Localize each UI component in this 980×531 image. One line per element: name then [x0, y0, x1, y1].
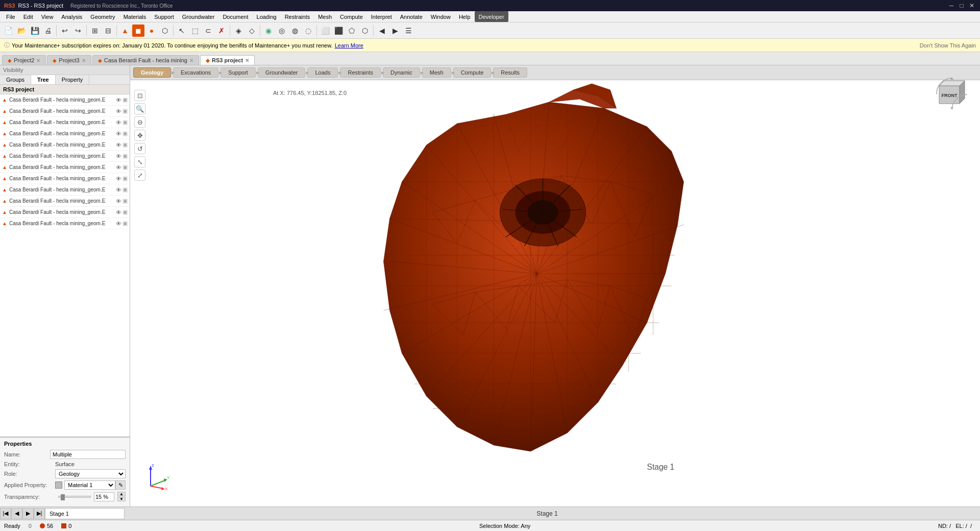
stage-prev[interactable]: ◀	[11, 508, 22, 519]
tb-geom1[interactable]: ▲	[119, 25, 131, 37]
prop-edit-button[interactable]: ✎	[115, 480, 126, 490]
tree-eye-toggle[interactable]: 👁	[116, 164, 121, 171]
transparency-down[interactable]: ▼	[117, 497, 126, 501]
tb-save[interactable]: 💾	[29, 25, 41, 37]
stage-next[interactable]: ▶	[22, 508, 34, 519]
menu-help[interactable]: Help	[455, 11, 475, 22]
tb-undo[interactable]: ↩	[59, 25, 71, 37]
tab-close-rs3[interactable]: ✕	[245, 58, 249, 63]
tb-redo[interactable]: ↪	[72, 25, 84, 37]
tb-stage3[interactable]: ☰	[402, 25, 414, 37]
tb-view1[interactable]: ⊞	[89, 25, 101, 37]
tree-row[interactable]: ▲ Casa Berardi Fault - hecla mining_geom…	[0, 117, 130, 128]
transparency-pct-input[interactable]	[94, 492, 114, 501]
maximize-button[interactable]: □	[958, 2, 966, 10]
tree-eye-toggle[interactable]: 👁	[116, 176, 121, 182]
tb-render4[interactable]: ◌	[302, 25, 314, 37]
menu-mesh[interactable]: Mesh	[314, 11, 336, 22]
menu-geometry[interactable]: Geometry	[86, 11, 119, 22]
tree-row[interactable]: ▲ Casa Berardi Fault - hecla mining_geom…	[0, 106, 130, 117]
tree-eye-toggle[interactable]: 👁	[116, 119, 121, 126]
tree-eye-toggle[interactable]: 👁	[116, 153, 121, 159]
menu-analysis[interactable]: Analysis	[57, 11, 86, 22]
menu-annotate[interactable]: Annotate	[396, 11, 427, 22]
stage-first[interactable]: |◀	[0, 508, 11, 519]
tree-row[interactable]: ▲ Casa Berardi Fault - hecla mining_geom…	[0, 94, 130, 106]
tb-render3[interactable]: ◍	[289, 25, 301, 37]
tb-view-top[interactable]: ⬠	[346, 25, 358, 37]
menu-interpret[interactable]: Interpret	[367, 11, 396, 22]
tree-eye-toggle[interactable]: 👁	[116, 131, 121, 137]
tree-row[interactable]: ▲ Casa Berardi Fault - hecla mining_geom…	[0, 151, 130, 162]
tab-close-project2[interactable]: ✕	[36, 58, 40, 63]
menu-materials[interactable]: Materials	[119, 11, 151, 22]
tree-row[interactable]: ▲ Casa Berardi Fault - hecla mining_geom…	[0, 218, 130, 229]
tb-open[interactable]: 📂	[15, 25, 28, 37]
tb-geom3[interactable]: ●	[145, 25, 158, 37]
stage-name-input[interactable]	[45, 508, 125, 519]
transparency-slider-thumb[interactable]	[61, 494, 65, 500]
transparency-slider-track[interactable]	[58, 496, 91, 498]
tree-row[interactable]: ▲ Casa Berardi Fault - hecla mining_geom…	[0, 173, 130, 184]
vis-tab-property[interactable]: Property	[56, 75, 90, 84]
menu-edit[interactable]: Edit	[19, 11, 37, 22]
stage-last[interactable]: ▶|	[34, 508, 45, 519]
doc-tab-rs3[interactable]: ◆ RS3 project ✕	[200, 55, 255, 65]
tab-close-project3[interactable]: ✕	[82, 58, 86, 63]
viewport[interactable]: Geology Excavations Support Groundwater …	[130, 65, 980, 506]
menu-view[interactable]: View	[37, 11, 58, 22]
tb-mesh1[interactable]: ◈	[232, 25, 244, 37]
orientation-cube[interactable]: FRONT	[934, 76, 970, 111]
tree-eye-toggle[interactable]: 👁	[116, 142, 121, 148]
menu-window[interactable]: Window	[427, 11, 455, 22]
menu-groundwater[interactable]: Groundwater	[178, 11, 219, 22]
tb-view-front[interactable]: ⬛	[332, 25, 345, 37]
tb-stage-next[interactable]: ▶	[389, 25, 401, 37]
tb-new[interactable]: 📄	[2, 25, 14, 37]
tb-geom4[interactable]: ⬡	[159, 25, 171, 37]
vis-tab-groups[interactable]: Groups	[0, 75, 31, 84]
vis-tab-tree[interactable]: Tree	[31, 75, 56, 84]
tab-close-hecla[interactable]: ✕	[189, 58, 193, 63]
tree-row[interactable]: ▲ Casa Berardi Fault - hecla mining_geom…	[0, 139, 130, 151]
tree-eye-toggle[interactable]: 👁	[116, 209, 121, 215]
menu-support[interactable]: Support	[150, 11, 178, 22]
transparency-up[interactable]: ▲	[117, 492, 126, 496]
tree-eye-toggle[interactable]: 👁	[116, 198, 121, 204]
tree-row[interactable]: ▲ Casa Berardi Fault - hecla mining_geom…	[0, 207, 130, 218]
menu-restraints[interactable]: Restraints	[281, 11, 314, 22]
doc-tab-project3[interactable]: ◆ Project3 ✕	[47, 55, 91, 65]
tb-select3[interactable]: ⊂	[202, 25, 214, 37]
menu-developer[interactable]: Developer	[475, 11, 508, 22]
tb-view-3d[interactable]: ⬡	[359, 25, 371, 37]
doc-tab-project2[interactable]: ◆ Project2 ✕	[2, 55, 46, 65]
3d-model-area[interactable]: Stage 1	[130, 65, 980, 506]
tb-select2[interactable]: ⬚	[189, 25, 201, 37]
tb-print[interactable]: 🖨	[42, 25, 54, 37]
minimize-button[interactable]: ─	[947, 2, 955, 10]
tree-eye-toggle[interactable]: 👁	[116, 187, 121, 193]
tree-list[interactable]: ▲ Casa Berardi Fault - hecla mining_geom…	[0, 94, 130, 437]
prop-name-input[interactable]	[50, 450, 126, 459]
tb-geom2[interactable]: ◼	[132, 25, 144, 37]
menu-file[interactable]: File	[2, 11, 19, 22]
tree-row[interactable]: ▲ Casa Berardi Fault - hecla mining_geom…	[0, 196, 130, 207]
tb-view2[interactable]: ⊟	[102, 25, 114, 37]
notif-dismiss[interactable]: Don't Show This Again	[920, 42, 976, 49]
tree-eye-toggle[interactable]: 👁	[116, 97, 121, 103]
tb-select4[interactable]: ✗	[215, 25, 228, 37]
menu-loading[interactable]: Loading	[253, 11, 281, 22]
menu-compute[interactable]: Compute	[336, 11, 367, 22]
tb-view-iso[interactable]: ⬜	[319, 25, 331, 37]
tb-stage-prev[interactable]: ◀	[376, 25, 388, 37]
close-button[interactable]: ✕	[968, 2, 976, 10]
tree-row[interactable]: ▲ Casa Berardi Fault - hecla mining_geom…	[0, 184, 130, 196]
tree-eye-toggle[interactable]: 👁	[116, 108, 121, 114]
tb-render2[interactable]: ◎	[276, 25, 288, 37]
notif-link[interactable]: Learn More	[335, 42, 363, 49]
doc-tab-hecla[interactable]: ◆ Casa Berardi Fault - hecla mining ✕	[92, 55, 199, 65]
tree-row[interactable]: ▲ Casa Berardi Fault - hecla mining_geom…	[0, 162, 130, 173]
tb-select1[interactable]: ↖	[176, 25, 188, 37]
menu-document[interactable]: Document	[218, 11, 252, 22]
tree-eye-toggle[interactable]: 👁	[116, 221, 121, 227]
